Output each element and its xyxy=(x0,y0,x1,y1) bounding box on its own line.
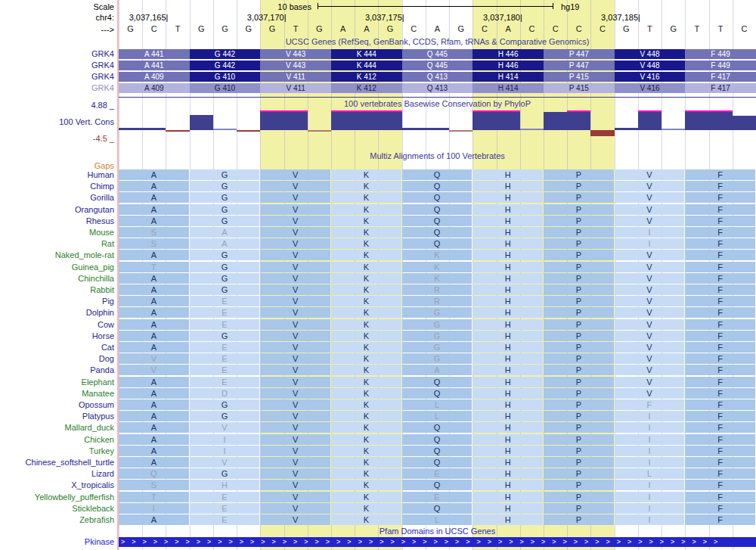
alignment-row[interactable]: VEVKAHPVF xyxy=(119,365,756,375)
alignment-cell: F xyxy=(685,227,755,238)
species-label[interactable]: Rabbit xyxy=(90,285,114,295)
alignment-row[interactable]: TEVKEHPIF xyxy=(119,492,756,502)
species-label[interactable]: Opossum xyxy=(79,400,114,410)
species-label[interactable]: Turkey xyxy=(89,446,114,456)
phylop-positive-bar xyxy=(497,110,520,130)
conservation-title[interactable]: 100 vertebrates Basewise Conservation by… xyxy=(119,99,756,109)
alignment-cell: H xyxy=(472,238,543,249)
alignment-row[interactable]: AGVKLHPFF xyxy=(119,399,756,410)
conservation-track-label[interactable]: 100 Vert. Cons xyxy=(59,117,114,127)
pfam-track-title[interactable]: Pfam Domains in UCSC Genes xyxy=(119,527,756,536)
alignment-cell: H xyxy=(472,216,543,226)
species-label[interactable]: Chinchilla xyxy=(78,274,114,284)
alignment-row[interactable]: AIVKQHPIF xyxy=(119,446,756,456)
alignment-cell: V xyxy=(615,307,685,318)
species-label[interactable]: Chimp xyxy=(90,182,114,191)
species-label[interactable]: Manatee xyxy=(82,389,114,399)
alignment-row[interactable]: AEVKGHPVF xyxy=(119,342,756,353)
alignment-cell: S xyxy=(119,480,189,490)
codon-cell: F 449 xyxy=(685,49,756,59)
alignment-row[interactable]: ADVKQHPVF xyxy=(119,388,756,399)
gene-codon-row[interactable]: A 409G 410V 411K 412Q 413H 414P 415V 416… xyxy=(119,72,756,82)
species-label[interactable]: Guinea_pig xyxy=(72,263,114,272)
alignment-row[interactable]: AEVKGHPVF xyxy=(119,319,756,330)
species-label[interactable]: Mallard_duck xyxy=(65,423,114,433)
species-label[interactable]: Platypus xyxy=(82,412,114,421)
alignment-row[interactable]: SAVKQHPIF xyxy=(119,227,756,238)
alignment-cell: K xyxy=(331,446,401,456)
species-label[interactable]: X_tropicalis xyxy=(71,480,114,490)
phylop-baseline-segment xyxy=(308,130,331,132)
pkinase-domain-bar[interactable]: >>>>>>>>>>>>>>>>>>>>>>>>>>>>>>>>>>>>>>>>… xyxy=(119,537,756,547)
alignment-row[interactable]: AEVKRHPVF xyxy=(119,296,756,306)
species-label[interactable]: Orangutan xyxy=(75,205,114,215)
gene-codon-row[interactable]: A 409G 410V 411K 412Q 413H 414P 415V 416… xyxy=(119,83,756,93)
alignment-cell: P xyxy=(544,227,614,238)
codon-cell: G 442 xyxy=(190,49,261,59)
species-label[interactable]: Mouse xyxy=(89,228,114,238)
gene-codon-row[interactable]: A 441G 442V 443K 444Q 445H 446P 447V 448… xyxy=(119,49,756,59)
phylop-positive-bar xyxy=(567,110,590,130)
alignment-cell: G xyxy=(190,250,260,260)
species-label[interactable]: Dolphin xyxy=(86,308,114,318)
alignment-row[interactable]: QGVKEHPLF xyxy=(119,468,756,479)
alignment-row[interactable]: AGVKQHPVF xyxy=(119,181,756,191)
alignment-row[interactable]: AVVKQHPIF xyxy=(119,422,756,433)
alignment-row[interactable]: AIVKQHPIF xyxy=(119,434,756,445)
alignment-cell: P xyxy=(544,399,614,410)
multiz-title[interactable]: Multiz Alignments of 100 Vertebrates xyxy=(119,151,756,161)
alignment-row[interactable]: AGVKQHPVF xyxy=(119,216,756,226)
species-label[interactable]: Yellowbelly_pufferfish xyxy=(35,493,114,502)
species-label[interactable]: Elephant xyxy=(82,378,114,387)
species-label[interactable]: Stickleback xyxy=(72,504,114,514)
gene-track-label[interactable]: GRK4 xyxy=(91,49,114,59)
alignment-row[interactable]: AGVKKHPVF xyxy=(119,250,756,260)
alignment-cell: Q xyxy=(402,457,472,468)
species-label[interactable]: Pig xyxy=(102,297,114,306)
species-label[interactable]: Cat xyxy=(101,343,114,353)
species-label[interactable]: Human xyxy=(88,170,114,180)
alignment-row[interactable]: VEVKGHPVF xyxy=(119,353,756,364)
gene-track-label[interactable]: GRK4 xyxy=(91,72,114,82)
species-label[interactable]: Panda xyxy=(90,365,114,375)
gene-track-label[interactable]: GRK4 xyxy=(91,61,114,70)
alignment-row[interactable]: AGVKQHPVF xyxy=(119,204,756,215)
alignment-row[interactable]: IEVKQHPIF xyxy=(119,503,756,514)
species-label[interactable]: Lizard xyxy=(91,469,114,479)
alignment-row[interactable]: AGVKQHPVF xyxy=(119,192,756,203)
species-label[interactable]: Dog xyxy=(99,354,114,364)
gene-track-label[interactable]: GRK4 xyxy=(91,83,114,93)
alignment-row[interactable]: AEVKQHPVF xyxy=(119,377,756,387)
phylop-clip-cap xyxy=(378,110,401,112)
gene-codon-row[interactable]: A 441G 442V 443K 444Q 445H 446P 447V 448… xyxy=(119,61,756,70)
alignment-row[interactable]: AEVKLHPIF xyxy=(119,514,756,525)
species-label[interactable]: Chinese_softshell_turtle xyxy=(26,458,114,468)
alignment-cell: I xyxy=(615,227,685,238)
alignment-row[interactable]: TGVKKHPVF xyxy=(119,262,756,272)
species-label[interactable]: Chicken xyxy=(84,435,114,445)
codon-cell: P 447 xyxy=(544,49,615,59)
species-label[interactable]: Rhesus xyxy=(86,216,114,226)
sequence-base: T xyxy=(638,23,662,34)
species-label[interactable]: Gorilla xyxy=(90,193,114,203)
alignment-cell: H xyxy=(472,342,543,353)
alignment-row[interactable]: AGVKLHPIF xyxy=(119,411,756,421)
species-label[interactable]: Cow xyxy=(98,320,114,330)
species-label[interactable]: Horse xyxy=(92,331,114,341)
alignment-row[interactable]: SHVKQHPIF xyxy=(119,480,756,490)
alignment-row[interactable]: AEVKGHPVF xyxy=(119,307,756,318)
alignment-row[interactable]: AVVKQHPIF xyxy=(119,457,756,468)
alignment-cell: G xyxy=(190,284,260,295)
species-label[interactable]: Rat xyxy=(101,239,114,249)
pkinase-track-label[interactable]: Pkinase xyxy=(85,537,114,547)
species-label[interactable]: Naked_mole-rat xyxy=(55,250,114,260)
species-label[interactable]: Zebrafish xyxy=(79,515,114,525)
alignment-cell: A xyxy=(119,169,189,180)
alignment-row[interactable]: AGVKKHPVF xyxy=(119,273,756,284)
alignment-row[interactable]: SAVKQHPIF xyxy=(119,238,756,249)
alignment-row[interactable]: AGVKGHPVF xyxy=(119,331,756,341)
alignment-row[interactable]: AGVKQHPVF xyxy=(119,169,756,180)
genes-track-title[interactable]: UCSC Genes (RefSeq, GenBank, CCDS, Rfam,… xyxy=(119,37,756,47)
alignment-cell: Q xyxy=(402,388,472,399)
alignment-row[interactable]: AGVKRHPVF xyxy=(119,284,756,295)
